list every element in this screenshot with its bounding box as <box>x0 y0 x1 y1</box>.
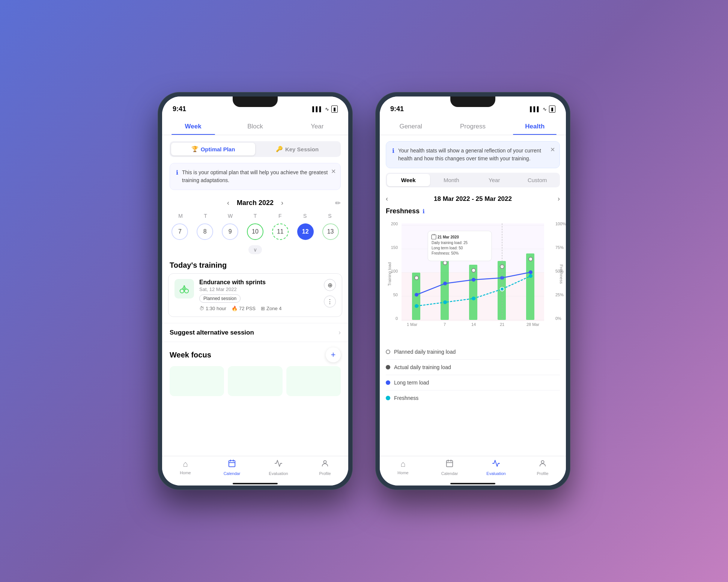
planned-load-icon <box>386 350 390 354</box>
svg-rect-28 <box>441 257 449 320</box>
left-phone: 9:41 ▌▌▌ ∿ ▮ Week Block Year <box>158 92 353 490</box>
status-icons-left: ▌▌▌ ∿ ▮ <box>312 106 338 113</box>
svg-point-39 <box>472 297 475 300</box>
long-term-label: Long term load <box>394 380 429 386</box>
home-bar-left <box>233 483 278 484</box>
prev-period-button[interactable]: ‹ <box>386 195 388 203</box>
more-options-button[interactable]: ⋮ <box>324 296 336 308</box>
trophy-icon: 🏆 <box>191 146 199 152</box>
day-cell-8[interactable]: 8 <box>193 222 217 241</box>
scroll-content-left: 🏆 Optimal Plan 🔑 Key Session ℹ This is y… <box>162 135 348 456</box>
nav-evaluation-right[interactable]: Evaluation <box>473 459 519 476</box>
month-title: March 2022 <box>237 199 274 207</box>
optimal-plan-button[interactable]: 🏆 Optimal Plan <box>171 143 255 155</box>
status-icons-right: ▌▌▌ ∿ ▮ <box>530 106 555 113</box>
stat-pss: 🔥 72 PSS <box>232 306 256 311</box>
nav-calendar-label-right: Calendar <box>441 471 458 476</box>
nav-evaluation-left[interactable]: Evaluation <box>255 459 302 476</box>
health-banner-close-button[interactable]: ✕ <box>550 146 555 153</box>
day-label-t1: T <box>193 213 218 219</box>
chart-section: Freshness ℹ 200 150 100 <box>380 207 566 410</box>
chart-info-icon[interactable]: ℹ <box>423 208 425 215</box>
svg-text:100%: 100% <box>555 222 566 226</box>
svg-text:1 Mar: 1 Mar <box>407 322 417 327</box>
add-week-focus-button[interactable]: + <box>326 347 341 362</box>
phones-container: 9:41 ▌▌▌ ∿ ▮ Week Block Year <box>158 92 570 490</box>
key-session-button[interactable]: 🔑 Key Session <box>255 143 339 155</box>
training-date: Sat, 12 Mar 2022 <box>199 286 319 292</box>
training-name: Endurance with sprints <box>199 279 319 286</box>
suggest-alternative-row[interactable]: Suggest alternative session › <box>162 323 348 342</box>
day-cell-13[interactable]: 13 <box>319 222 342 241</box>
training-actions: ⊕ ⋮ <box>324 279 336 308</box>
tab-general[interactable]: General <box>380 117 442 135</box>
day-label-f: F <box>268 213 292 219</box>
svg-point-34 <box>472 278 475 282</box>
tab-progress[interactable]: Progress <box>442 117 504 135</box>
add-training-button[interactable]: ⊕ <box>324 279 336 291</box>
day-circle-9: 9 <box>222 223 238 240</box>
svg-text:7: 7 <box>444 322 446 327</box>
day-cell-11[interactable]: 11 <box>268 222 292 241</box>
period-week-button[interactable]: Week <box>387 174 430 186</box>
tab-year[interactable]: Year <box>286 117 348 135</box>
tab-block[interactable]: Block <box>224 117 286 135</box>
legend-divider-1 <box>386 359 560 360</box>
chart-title: Freshness <box>386 207 420 215</box>
period-month-button[interactable]: Month <box>430 174 473 186</box>
day-label-t2: T <box>243 213 268 219</box>
expand-calendar-button[interactable]: ∨ <box>248 245 262 254</box>
chart-wrapper: 200 150 100 50 0 100% 75% 50% 25% 0% <box>386 220 560 404</box>
stat-zone: ⊞ Zone 4 <box>261 306 281 311</box>
svg-text:150: 150 <box>391 245 398 250</box>
day-label-m: M <box>168 213 193 219</box>
banner-close-button[interactable]: ✕ <box>331 168 336 175</box>
nav-calendar-right[interactable]: Calendar <box>426 459 473 476</box>
nav-profile-left[interactable]: Profile <box>302 459 348 476</box>
svg-point-32 <box>415 293 418 297</box>
profile-icon-left <box>321 459 329 470</box>
today-training-title: Today's training <box>162 256 348 273</box>
suggest-chevron-icon: › <box>338 329 341 336</box>
tab-health[interactable]: Health <box>504 117 566 135</box>
day-cell-7[interactable]: 7 <box>168 222 192 241</box>
svg-point-37 <box>415 304 418 308</box>
period-year-button[interactable]: Year <box>473 174 516 186</box>
focus-card-3 <box>286 366 341 396</box>
prev-month-button[interactable]: ‹ <box>227 199 229 207</box>
wifi-icon: ∿ <box>325 106 329 112</box>
edit-calendar-button[interactable]: ✏ <box>335 199 341 207</box>
nav-evaluation-label: Evaluation <box>269 471 288 476</box>
next-month-button[interactable]: › <box>281 199 283 207</box>
tab-bar-left: Week Block Year <box>162 117 348 135</box>
notch <box>233 96 278 107</box>
training-card: Endurance with sprints Sat, 12 Mar 2022 … <box>168 273 342 317</box>
nav-home-label: Home <box>180 470 191 475</box>
nav-home-right[interactable]: ⌂ Home <box>380 459 426 476</box>
period-custom-button[interactable]: Custom <box>516 174 559 186</box>
day-labels: M T W T F S S <box>162 210 348 220</box>
svg-point-2 <box>184 285 185 287</box>
battery-icon-right: ▮ <box>549 106 555 113</box>
home-indicator-right <box>380 483 566 486</box>
bottom-nav-left: ⌂ Home Calendar <box>162 456 348 483</box>
day-cell-9[interactable]: 9 <box>218 222 242 241</box>
health-info-banner: ℹ Your health stats will show a general … <box>386 141 560 168</box>
evaluation-icon <box>274 459 283 470</box>
cycling-icon <box>179 283 190 294</box>
svg-text:75%: 75% <box>555 245 564 250</box>
next-period-button[interactable]: › <box>558 195 560 203</box>
nav-home-left[interactable]: ⌂ Home <box>162 459 209 476</box>
day-cell-12[interactable]: 12 <box>293 222 317 241</box>
actual-load-label: Actual daily training load <box>394 364 451 370</box>
date-range-text: 18 Mar 2022 - 25 Mar 2022 <box>434 195 512 203</box>
svg-rect-29 <box>469 265 477 320</box>
tab-week[interactable]: Week <box>162 117 224 135</box>
notch-right <box>450 96 495 107</box>
planned-load-label: Planned daily training load <box>394 349 456 355</box>
home-bar-right <box>450 483 495 484</box>
nav-calendar-left[interactable]: Calendar <box>209 459 255 476</box>
day-cell-10[interactable]: 10 <box>244 222 267 241</box>
signal-icon-right: ▌▌▌ <box>530 106 540 112</box>
nav-profile-right[interactable]: Profile <box>519 459 566 476</box>
